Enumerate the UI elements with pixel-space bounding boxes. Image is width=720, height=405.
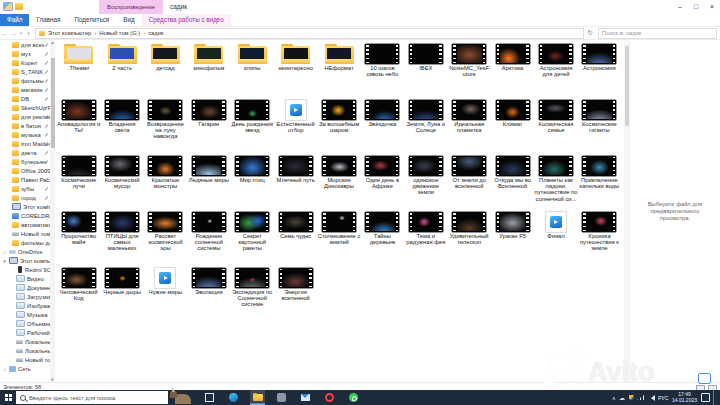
- file-item[interactable]: Один день в Африке: [361, 153, 404, 209]
- back-icon[interactable]: ←: [0, 30, 9, 37]
- sidebar-item-quick-access[interactable]: для рекламы: [0, 112, 50, 121]
- files-scrollbar[interactable]: [624, 40, 629, 382]
- breadcrumb-drive[interactable]: Новый том (G:): [99, 30, 140, 36]
- forward-icon[interactable]: →: [9, 30, 18, 37]
- file-item[interactable]: детсад: [144, 41, 187, 97]
- file-item[interactable]: 2 часть: [100, 41, 143, 97]
- film-strip-icon[interactable]: [582, 156, 616, 176]
- film-strip-icon[interactable]: [365, 100, 399, 120]
- file-item[interactable]: Морские Динозавры: [317, 153, 360, 209]
- tab-file[interactable]: Файл: [0, 14, 29, 26]
- file-item[interactable]: НЕформат: [317, 41, 360, 97]
- sidebar-item-this-pc-child[interactable]: Изображения: [0, 301, 50, 310]
- film-strip-icon[interactable]: [496, 100, 530, 120]
- file-item[interactable]: Ледяные миры: [187, 153, 230, 209]
- action-center-icon[interactable]: [701, 393, 710, 402]
- hidden-icons-chevron-icon[interactable]: ∧: [612, 395, 616, 401]
- file-item[interactable]: Гагарин: [187, 97, 230, 153]
- new-folder-icon[interactable]: [15, 3, 23, 10]
- taskbar-app-grey-app[interactable]: [274, 390, 289, 405]
- film-strip-icon[interactable]: [365, 212, 399, 232]
- file-item[interactable]: Ураган F5: [491, 209, 534, 265]
- file-item[interactable]: Хроника путешествия к земле: [578, 209, 621, 265]
- film-strip-icon[interactable]: [409, 156, 443, 176]
- film-strip-icon[interactable]: [409, 100, 443, 120]
- folder-icon[interactable]: [194, 44, 223, 64]
- film-strip-icon[interactable]: [62, 156, 96, 176]
- sidebar-item-this-pc-child[interactable]: Локальный дис: [0, 337, 50, 346]
- film-strip-icon[interactable]: [582, 44, 616, 64]
- film-strip-icon[interactable]: [235, 100, 269, 120]
- film-strip-icon[interactable]: [192, 212, 226, 232]
- volume-icon[interactable]: [648, 395, 655, 401]
- file-item[interactable]: Рассвет космической эры: [144, 209, 187, 265]
- file-item[interactable]: Космическая семья: [534, 97, 577, 153]
- file-item[interactable]: кинофильм: [187, 41, 230, 97]
- sidebar-item-quick-access[interactable]: CORELDRAW_GR: [0, 211, 50, 220]
- film-strip-icon[interactable]: [235, 268, 269, 288]
- tab-home[interactable]: Главная: [29, 14, 67, 26]
- file-item[interactable]: Столкновение с землей: [317, 209, 360, 265]
- refresh-icon[interactable]: ↻: [584, 29, 596, 37]
- file-item[interactable]: Идеальная планетка: [448, 97, 491, 153]
- file-item[interactable]: Климат: [491, 97, 534, 153]
- film-strip-icon[interactable]: [192, 100, 226, 120]
- file-item[interactable]: 10 шагов сквозь небо: [361, 41, 404, 97]
- sidebar-item-quick-access[interactable]: Этот компьюте: [0, 202, 50, 211]
- film-strip-icon[interactable]: [496, 156, 530, 176]
- sidebar-item-network[interactable]: ›Сеть: [0, 364, 50, 373]
- film-strip-icon[interactable]: [148, 212, 182, 232]
- file-item[interactable]: одинокое движение земли: [404, 153, 447, 209]
- files-pane[interactable]: .Theater2 частьдетсадкинофильмклипынеинт…: [55, 40, 624, 382]
- film-strip-icon[interactable]: [322, 156, 356, 176]
- file-item[interactable]: Естественный отбор: [274, 97, 317, 153]
- film-strip-icon[interactable]: [582, 212, 616, 232]
- film-strip-icon[interactable]: [105, 212, 139, 232]
- breadcrumb-this-pc[interactable]: Этот компьютер: [48, 30, 91, 36]
- folder-icon[interactable]: [108, 44, 137, 64]
- file-item[interactable]: Удивительный телескоп: [448, 209, 491, 265]
- film-strip-icon[interactable]: [192, 268, 226, 288]
- sidebar-item-quick-access[interactable]: SketchUp Pro: [0, 103, 50, 112]
- film-strip-icon[interactable]: [192, 156, 226, 176]
- minimize-button[interactable]: –: [672, 0, 688, 14]
- up-icon[interactable]: ↑: [24, 30, 33, 37]
- folder-icon[interactable]: [64, 44, 93, 64]
- film-strip-icon[interactable]: [322, 100, 356, 120]
- file-item[interactable]: Тайны деревьев: [361, 209, 404, 265]
- film-strip-icon[interactable]: [148, 100, 182, 120]
- film-strip-icon[interactable]: [365, 156, 399, 176]
- sidebar-item-onedrive[interactable]: ›OneDrive: [0, 247, 50, 256]
- sidebar-item-this-pc-child[interactable]: Музыка: [0, 310, 50, 319]
- file-item[interactable]: Космические лучи: [57, 153, 100, 209]
- film-strip-icon[interactable]: [452, 212, 486, 232]
- tab-view[interactable]: Вид: [116, 14, 141, 26]
- file-item[interactable]: Человеческий Код: [57, 265, 100, 321]
- explorer-search-input[interactable]: Поиск в: садик: [598, 28, 717, 39]
- onedrive-tray-icon[interactable]: ☁: [619, 395, 625, 401]
- file-item[interactable]: .Theater: [57, 41, 100, 97]
- file-item[interactable]: NoiseMC_YesFuture: [448, 41, 491, 97]
- sidebar-item-quick-access[interactable]: в батон: [0, 121, 50, 130]
- sidebar-item-this-pc-child[interactable]: Рабочий стол: [0, 328, 50, 337]
- film-strip-icon[interactable]: [105, 268, 139, 288]
- film-strip-icon[interactable]: [496, 212, 530, 232]
- file-item[interactable]: Крылатые монстры: [144, 153, 187, 209]
- film-strip-icon[interactable]: [409, 44, 443, 64]
- sidebar-item-quick-access[interactable]: музыка: [0, 130, 50, 139]
- film-strip-icon[interactable]: [62, 268, 96, 288]
- file-item[interactable]: Апивадология и Ты!: [57, 97, 100, 153]
- film-strip-icon[interactable]: [322, 212, 356, 232]
- taskbar-app-opera[interactable]: [322, 390, 337, 405]
- show-desktop-button[interactable]: [713, 390, 716, 405]
- folder-icon[interactable]: [151, 44, 180, 64]
- file-item[interactable]: Секрет картонной ракеты: [231, 209, 274, 265]
- file-item[interactable]: Приключение капельки воды: [578, 153, 621, 209]
- sidebar-item-quick-access[interactable]: S_TANK: [0, 67, 50, 76]
- file-item[interactable]: Рождение солнечной системы: [187, 209, 230, 265]
- file-item[interactable]: От земли до вселенной: [448, 153, 491, 209]
- close-button[interactable]: ×: [704, 0, 720, 14]
- file-item[interactable]: Семь чудес: [274, 209, 317, 265]
- sidebar-item-this-pc-child[interactable]: Новый том (G:): [0, 355, 50, 364]
- sidebar-item-quick-access[interactable]: Office 2003: [0, 166, 50, 175]
